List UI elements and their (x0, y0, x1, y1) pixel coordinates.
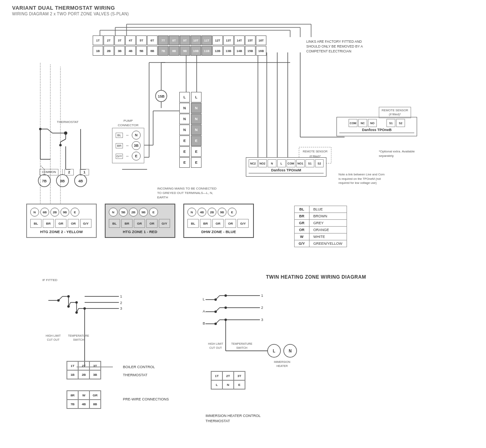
zone-dhw-9B: 9B (218, 208, 226, 217)
zone-dhw-N: N (187, 208, 196, 217)
lne-N1-right: N (191, 103, 201, 113)
zone-htg2-N: N (30, 208, 39, 217)
boiler-ctrl-label: BOILER CONTROL (123, 365, 155, 369)
svg-text:A: A (203, 309, 205, 313)
imm-bottom-row: L N E (211, 380, 245, 389)
imm-2T: 2T (222, 371, 234, 380)
danfoss-tponeb-name: Danfoss TPOneB (339, 128, 414, 133)
zone-dhw-OR: OR (225, 219, 236, 228)
svg-point-37 (38, 175, 50, 187)
svg-text:HEATER: HEATER (276, 365, 288, 367)
lne-E3-right: E (191, 157, 201, 168)
term-3T: 3T (114, 35, 125, 45)
svg-text:15B: 15B (158, 94, 165, 98)
svg-text:SWITCH: SWITCH (73, 338, 84, 341)
danfoss-tponem-name: Danfoss TPOneM (249, 168, 324, 173)
term-12T: 12T (212, 35, 223, 45)
svg-text:2: 2 (120, 301, 122, 305)
svg-line-98 (216, 308, 220, 312)
b-1T: 1T (67, 361, 78, 370)
danfoss-tponem: NC2 NO2 N L COM NO1 S1 S2 Danfoss TPOneM (246, 157, 326, 177)
zone-htg2-connectors: N 6B 2B 9B E (30, 208, 93, 217)
zone-dhw-connectors: N 4B 2B 9B E (187, 208, 250, 217)
svg-line-73 (77, 308, 79, 313)
b-3T: 3T (89, 361, 101, 370)
imm-top-row: 1T 2T 3T (211, 371, 245, 380)
prewire-terminals-area: 8R W GR 7B 4B 8B (66, 390, 101, 409)
pump-term-e: E (132, 152, 141, 160)
zone-dhw-E: E (228, 208, 237, 217)
thermostat-area: THERMOSTAT COMMON 2 1 (35, 120, 100, 175)
svg-text:TEMPERATURE: TEMPERATURE (68, 334, 89, 337)
lne-E2-right: E (191, 146, 201, 157)
pw-8B: 8B (89, 400, 101, 408)
d-term-no2: NO2 (258, 159, 267, 167)
imm-L: L (211, 380, 222, 389)
zone-htg1-BL: BL (109, 219, 120, 228)
svg-text:IMMERSION: IMMERSION (274, 360, 290, 363)
pump-connector-area: PUMP CONNECTOR BL N BR 3B G/Y E (112, 119, 144, 163)
d-term-s1: S1 (305, 159, 314, 167)
title-block: VARIANT DUAL THERMOSTAT WIRING WIRING DI… (12, 5, 129, 16)
pump-row-br: BR 3B (116, 141, 141, 150)
thermostat-terminals: COMMON 2 1 (39, 169, 100, 175)
svg-point-96 (214, 310, 217, 313)
pump-term-3b: 3B (132, 141, 141, 150)
lne-N1-left: N (179, 103, 190, 113)
term-1B: 1B (93, 46, 103, 56)
term-4T: 4T (125, 35, 136, 45)
svg-point-70 (75, 301, 78, 304)
color-key-abbr-BR: BR (295, 213, 309, 220)
color-key-color-OR: ORANGE (309, 227, 347, 233)
twin-zone-label: TWIN HEATING ZONE WIRING DIAGRAM (266, 274, 366, 280)
zone-htg2-GR: GR (55, 219, 66, 228)
term-14B: 14B (234, 46, 245, 56)
term-2T: 2T (104, 35, 114, 45)
term-14T: 14T (234, 35, 245, 45)
pump-wire-bl: BL (116, 133, 123, 138)
pump-connector-label: CONNECTOR (112, 123, 144, 127)
svg-text:1: 1 (261, 294, 263, 298)
pw-GR: GR (89, 391, 101, 400)
svg-text:REMOTE SENSOR: REMOTE SENSOR (303, 150, 327, 153)
d-term-nc-b: NC (358, 119, 367, 127)
incoming-label: INCOMING MAINS TO BE CONNECTED TO GREYED… (157, 186, 222, 200)
term-13T: 13T (223, 35, 234, 45)
terminal-row-top: 1T 2T 3T 4T 5T 6T 7T 8T 9T 10T 11T 12T 1… (93, 35, 266, 45)
term-1T: 1T (93, 35, 103, 45)
zone-htg2-GY: G/Y (80, 219, 91, 228)
lne-E1-right: E (191, 135, 201, 146)
pump-wire-br: BR (116, 143, 123, 148)
svg-text:HIGH LIMIT: HIGH LIMIT (208, 342, 223, 345)
zone-htg2-2B: 2B (50, 208, 59, 217)
lne-N2-right: N (191, 114, 201, 124)
svg-point-39 (56, 175, 69, 187)
prewire-top-row: 8R W GR (67, 391, 101, 400)
zone-dhw-title: DHW ZONE - BLUE (187, 229, 250, 234)
svg-point-95 (224, 294, 227, 297)
term-10T: 10T (191, 35, 201, 45)
thermostat-common: COMMON (39, 169, 58, 175)
lne-L-right: L (191, 92, 201, 102)
lne-N2-left: N (179, 114, 190, 124)
svg-point-72 (75, 311, 78, 314)
svg-text:B: B (203, 321, 205, 325)
color-key-row-W: W WHITE (295, 233, 347, 240)
d-term-n: N (268, 159, 276, 167)
svg-line-68 (69, 302, 71, 306)
svg-text:4B: 4B (78, 179, 83, 183)
zone-htg2-E: E (71, 208, 79, 217)
color-key-abbr-GR: GR (295, 220, 309, 227)
pre-wire-label: PRE-WIRE CONNECTIONS (123, 397, 169, 401)
zone-htg2-OR: OR (68, 219, 79, 228)
svg-point-116 (268, 344, 280, 357)
danfoss-tponem-terminals: NC2 NO2 N L COM NO1 S1 S2 (249, 159, 324, 167)
zone-dhw-wires: BL BR GR OR G/Y (187, 219, 250, 228)
term-6T: 6T (147, 35, 158, 45)
terminal-row-bottom: 1B 2B 3B 4B 5B 6B 7B 8B 9B 10B 11B 12B 1… (93, 46, 266, 56)
zone-htg2: N 6B 2B 9B E BL BR GR OR G/Y HTG ZONE 2 … (26, 204, 97, 238)
sub-title: WIRING DIAGRAM 2 x TWO PORT ZONE VALVES … (12, 12, 129, 16)
svg-text:3: 3 (261, 318, 263, 322)
pump-connector-box: BL N BR 3B G/Y E (112, 128, 144, 163)
term-4B: 4B (125, 46, 136, 56)
